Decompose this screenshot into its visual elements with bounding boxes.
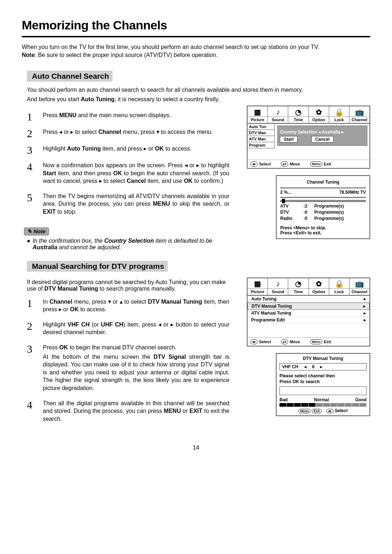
manual-step-1: 1 In Channel menu, press ▾ or ▴ to selec… — [27, 298, 234, 315]
picture-icon: ▦ — [248, 279, 268, 289]
auto-step-5: 5 Then the TV begins memorizing all ATV/… — [27, 192, 234, 217]
dtv-instruction-2: Press OK to search — [279, 379, 367, 384]
tab-sound: ♪Sound — [268, 106, 288, 123]
channel-icon: 📺 — [350, 107, 369, 117]
manual-step-2: 2 Highlight VHF CH (or UHF CH) item, pre… — [27, 321, 234, 338]
option-icon: ✿ — [309, 279, 329, 289]
signal-good: Good — [355, 397, 367, 402]
side-atv-man: ATV Man — [247, 136, 275, 142]
note-prefix: Note — [22, 52, 35, 58]
tuning-progress-bar — [280, 200, 366, 202]
tuning-hint-exit: Press <Exit> to exit. — [280, 230, 366, 235]
side-dtv-man: DTV Man — [247, 130, 275, 136]
page-title: Memorizing the Channels — [22, 18, 370, 32]
lock-icon: 🔒 — [329, 279, 349, 289]
manual-step-4: 4 Then all the digital programs availabl… — [27, 399, 234, 424]
tab-picture: ▦Picture — [248, 106, 268, 123]
dtv-channel-value: 6 — [312, 364, 315, 369]
auto-step-2: 2 Press ◂ or ▸ to select Channel menu, p… — [27, 128, 234, 139]
manual-step-3: 3 Press OK to begin the manual DTV chann… — [27, 344, 234, 394]
osd-confirmation-figure: ▦Picture ♪Sound ◔Time ✿Option 🔒Lock 📺Cha… — [247, 106, 370, 169]
tuning-title: Channel Tuning — [280, 178, 366, 188]
side-program: Program — [247, 142, 275, 148]
signal-meter — [279, 403, 367, 407]
chevron-right-icon: ▸ — [320, 364, 322, 369]
auto-step-1: 1 Press MENU and the main menu screen di… — [27, 111, 234, 122]
chevron-left-icon: ◂ — [304, 364, 306, 369]
tab-time: ◔Time — [288, 106, 309, 123]
country-selection: Country Selection ◂ Australia ▸ — [280, 130, 365, 135]
dtv-instruction-1: Please select channel then — [279, 373, 367, 378]
step-number: 1 — [27, 111, 43, 122]
option-icon: ✿ — [309, 107, 329, 117]
tuning-hint-skip: Press <Menu> to skip. — [280, 225, 366, 230]
time-icon: ◔ — [288, 107, 308, 117]
channel-tuning-figure: Channel Tuning 2 %... 78.50MHz TV ATV:2P… — [276, 175, 370, 239]
auto-step-3: 3 Highlight Auto Tuning item, and press … — [27, 145, 234, 156]
auto-line1: You should perform an auto channel searc… — [27, 87, 365, 93]
sound-icon: ♪ — [268, 279, 288, 289]
note-rest: : Be sure to select the proper input sou… — [35, 52, 218, 58]
auto-heading: Auto Channel Search — [27, 71, 113, 82]
tuning-percent: 2 %... — [280, 190, 291, 195]
list-atv-manual: ATV Manual Tuning▸ — [248, 310, 369, 317]
picture-icon: ▦ — [248, 107, 268, 117]
page-number: 14 — [22, 444, 370, 451]
dtv-channel-row: VHF CH ◂ 6 ▸ — [279, 363, 367, 370]
start-button: Start — [280, 136, 298, 143]
osd-channel-list-figure: ▦Picture ♪Sound ◔Time ✿Option 🔒Lock 📺Cha… — [247, 278, 370, 346]
intro-text: When you turn on the TV for the first ti… — [22, 44, 370, 50]
dtv-title: DTV Manual Tuning — [279, 354, 367, 363]
signal-normal: Normal — [314, 397, 329, 402]
list-programme-edit: Programme Edit▸ — [248, 317, 369, 324]
sound-icon: ♪ — [268, 107, 288, 117]
list-dtv-manual: DTV Manual Tuning▸ — [248, 303, 369, 310]
manual-para: If desired digital programs cannot be se… — [27, 279, 234, 292]
title-rule — [22, 36, 370, 37]
dtv-manual-figure: DTV Manual Tuning VHF CH ◂ 6 ▸ Please se… — [276, 353, 370, 416]
auto-note-body: ● In the confirmation box, the Country S… — [27, 238, 234, 251]
tab-channel: 📺Channel — [350, 106, 369, 123]
confirmation-popup: Country Selection ◂ Australia ▸ Start Ca… — [277, 126, 367, 146]
signal-bad: Bad — [279, 397, 288, 402]
auto-step-4: 4 Now a confirmation box appears on the … — [27, 161, 234, 186]
cancel-button: Cancel — [311, 136, 334, 143]
auto-line2: And before you start Auto Tuning, it is … — [27, 96, 365, 103]
channel-icon: 📺 — [350, 279, 369, 289]
side-auto-tun: Auto Tun — [247, 123, 275, 130]
tab-option: ✿Option — [309, 106, 329, 123]
list-auto-tuning: Auto Tuning▸ — [248, 296, 369, 303]
manual-heading: Manual Searching for DTV programs — [27, 261, 168, 272]
note-line: Note: Be sure to select the proper input… — [22, 52, 370, 58]
note-pill: ✎ Note — [24, 227, 49, 235]
tab-lock: 🔒Lock — [329, 106, 350, 123]
tuning-frequency: 78.50MHz TV — [339, 190, 366, 195]
lock-icon: 🔒 — [329, 107, 349, 117]
time-icon: ◔ — [288, 279, 308, 289]
